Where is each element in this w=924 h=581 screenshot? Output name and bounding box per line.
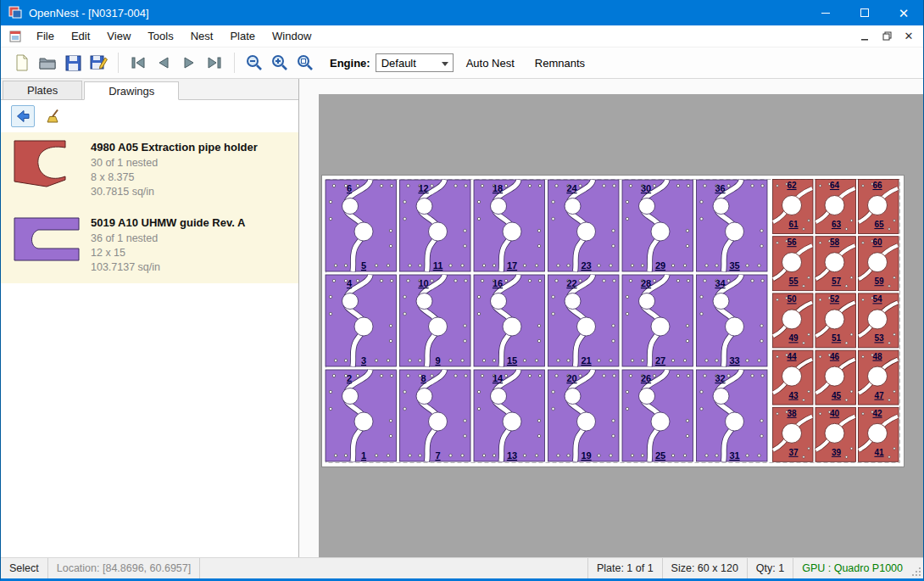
part-number: 28 <box>641 278 651 288</box>
nest-svg[interactable]: 6512111817242330293635431091615222128273… <box>322 176 904 466</box>
drawing-area: 103.7137 sq/in <box>91 260 245 275</box>
new-button[interactable] <box>9 50 35 75</box>
part-number: 51 <box>832 333 842 343</box>
nav-first-button[interactable] <box>125 50 151 75</box>
red-pair-cell[interactable]: 3837 <box>773 407 814 461</box>
red-pair-cell[interactable]: 5251 <box>815 293 856 348</box>
plate[interactable]: 6512111817242330293635431091615222128273… <box>321 175 905 467</box>
engine-select[interactable]: Default <box>376 53 454 72</box>
mdi-restore-button[interactable] <box>877 28 896 45</box>
purple-pair-cell[interactable]: 2827 <box>622 275 693 366</box>
remnants-button[interactable]: Remnants <box>527 53 593 74</box>
menu-tools[interactable]: Tools <box>139 26 181 46</box>
purple-pair-cell[interactable]: 2625 <box>622 370 693 461</box>
red-pair-cell[interactable]: 4847 <box>859 350 899 405</box>
purple-pair-cell[interactable]: 1211 <box>400 180 471 271</box>
sidebar: Plates Drawings <box>1 79 299 557</box>
purple-pair-cell[interactable]: 3029 <box>622 180 693 271</box>
return-to-plates-button[interactable] <box>11 105 35 127</box>
part-number: 12 <box>418 183 428 193</box>
part-thumbnail <box>13 215 91 275</box>
part-number: 22 <box>566 278 576 288</box>
menu-nest[interactable]: Nest <box>182 26 222 46</box>
zoom-in-button[interactable] <box>267 50 292 75</box>
save-as-icon <box>90 54 108 71</box>
part-number: 32 <box>715 373 725 383</box>
purple-pair-cell[interactable]: 3231 <box>697 370 768 461</box>
purple-pair-cell[interactable]: 3433 <box>697 275 768 366</box>
maximize-button[interactable] <box>845 0 884 25</box>
red-pair-cell[interactable]: 6059 <box>859 237 899 291</box>
red-pair-cell[interactable]: 5655 <box>773 237 814 291</box>
part-number: 59 <box>874 277 884 286</box>
part-thumbnail <box>13 139 91 199</box>
save-button[interactable] <box>60 50 86 75</box>
purple-pair-cell[interactable]: 21 <box>326 370 397 461</box>
open-button[interactable] <box>35 50 60 75</box>
part-number: 29 <box>655 260 665 271</box>
purple-pair-cell[interactable]: 109 <box>400 275 471 366</box>
close-button[interactable]: ✕ <box>884 0 923 25</box>
red-pair-cell[interactable]: 5453 <box>859 293 899 348</box>
purple-pair-cell[interactable]: 1615 <box>474 275 545 366</box>
purple-pair-cell[interactable]: 1817 <box>474 180 545 271</box>
engine-label: Engine: <box>330 57 370 70</box>
nav-prev-button[interactable] <box>151 50 176 75</box>
red-pair-cell[interactable]: 4241 <box>859 407 899 461</box>
part-number: 45 <box>832 391 842 400</box>
clear-button[interactable] <box>42 105 65 127</box>
menu-view[interactable]: View <box>98 26 139 46</box>
drawing-item-uhmw-guide[interactable]: 5019 A10 UHMW guide Rev. A 36 of 1 neste… <box>1 208 298 283</box>
part-number: 65 <box>874 220 884 229</box>
menu-file[interactable]: File <box>28 26 63 46</box>
purple-pair-cell[interactable]: 87 <box>400 370 471 461</box>
auto-nest-button[interactable]: Auto Nest <box>459 53 522 74</box>
tab-plates[interactable]: Plates <box>3 81 82 99</box>
first-arrow-icon <box>130 56 147 70</box>
red-pair-cell[interactable]: 4645 <box>815 350 856 405</box>
part-number: 9 <box>435 355 440 366</box>
zoom-fit-button[interactable] <box>292 50 318 75</box>
app-icon <box>8 6 22 20</box>
save-as-button[interactable] <box>86 50 111 75</box>
red-pair-cell[interactable]: 5049 <box>773 293 814 348</box>
purple-pair-cell[interactable]: 2423 <box>548 180 620 271</box>
purple-pair-cell[interactable]: 43 <box>326 275 397 366</box>
menu-edit[interactable]: Edit <box>63 26 98 46</box>
purple-pair-cell[interactable]: 3635 <box>697 180 768 271</box>
drawing-list: 4980 A05 Extraction pipe holder 30 of 1 … <box>1 132 298 557</box>
part-number: 58 <box>830 237 840 247</box>
part-number: 19 <box>581 450 591 461</box>
red-pair-cell[interactable]: 5857 <box>815 237 856 291</box>
purple-pair-cell[interactable]: 65 <box>326 180 397 271</box>
menu-plate[interactable]: Plate <box>221 26 264 46</box>
menu-window[interactable]: Window <box>264 26 320 46</box>
part-number: 55 <box>788 277 799 286</box>
new-file-icon <box>14 54 30 71</box>
red-pair-cell[interactable]: 6261 <box>773 180 814 234</box>
red-pair-cell[interactable]: 6463 <box>815 180 856 234</box>
tab-drawings[interactable]: Drawings <box>84 81 179 100</box>
purple-pair-cell[interactable]: 2221 <box>548 275 620 366</box>
part-number: 48 <box>872 352 882 361</box>
nest-viewport[interactable]: 6512111817242330293635431091615222128273… <box>319 94 923 557</box>
part-number: 15 <box>507 355 517 366</box>
nav-last-button[interactable] <box>202 50 227 75</box>
minimize-button[interactable] <box>806 0 845 25</box>
red-pair-cell[interactable]: 6665 <box>859 180 899 234</box>
red-pair-cell[interactable]: 4443 <box>773 350 814 405</box>
purple-pair-cell[interactable]: 1413 <box>474 370 545 461</box>
toolbar-separator <box>234 53 235 73</box>
red-pair-cell[interactable]: 4039 <box>815 407 856 461</box>
mdi-minimize-button[interactable] <box>855 28 874 45</box>
drawing-item-extraction-pipe-holder[interactable]: 4980 A05 Extraction pipe holder 30 of 1 … <box>1 132 298 208</box>
drawing-size: 8 x 8.375 <box>91 170 258 185</box>
document-icon <box>9 31 21 42</box>
part-number: 44 <box>787 352 797 361</box>
nav-next-button[interactable] <box>176 50 202 75</box>
part-number: 37 <box>788 448 799 457</box>
resize-grip[interactable] <box>911 558 923 578</box>
purple-pair-cell[interactable]: 2019 <box>548 370 620 461</box>
zoom-out-button[interactable] <box>242 50 267 75</box>
mdi-close-button[interactable]: ✕ <box>899 28 918 45</box>
